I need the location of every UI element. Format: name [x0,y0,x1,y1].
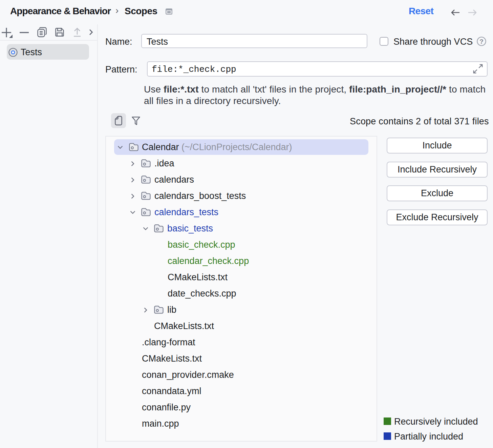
svg-text:?: ? [479,38,484,45]
